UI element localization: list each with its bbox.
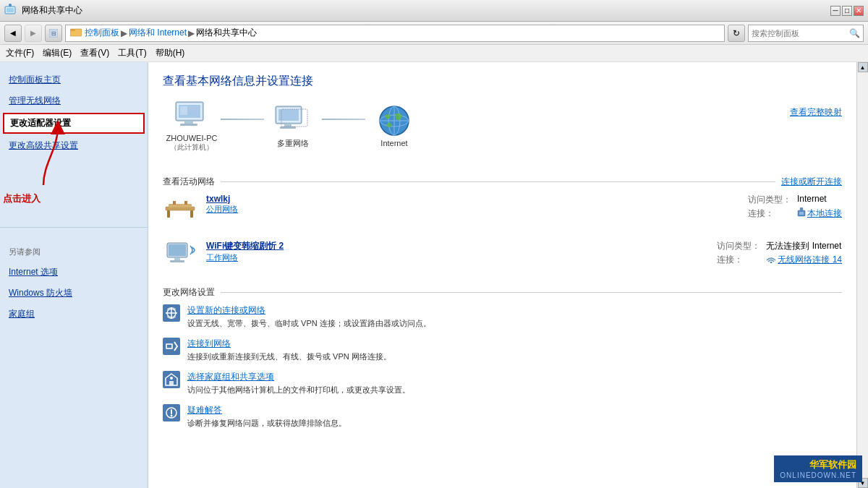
multi-label: 多重网络 [277,138,309,149]
settings-desc-4: 诊断并修复网络问题，或获得故障排除信息。 [187,418,842,429]
window-controls: ─ □ ✕ [830,6,864,16]
minimize-button[interactable]: ─ [830,6,841,16]
view-map-link[interactable]: 查看完整映射 [790,107,842,117]
svg-text:⊟: ⊟ [51,30,56,37]
menu-edit[interactable]: 编辑(E) [43,47,72,59]
svg-rect-47 [167,345,171,348]
svg-rect-19 [284,124,292,127]
network-2-details: 访问类型： 无法连接到 Internet 连接： 无线网络连接 14 [717,240,842,266]
maximize-button[interactable]: □ [842,6,852,16]
settings-link-4[interactable]: 疑难解答 [187,404,842,416]
network-item-2: WiFi键变韩缩剧忻 2 工作网络 访问类型： 无法连接到 Internet 连… [163,240,842,275]
svg-rect-49 [169,381,174,385]
sidebar-item-firewall[interactable]: Windows 防火墙 [0,283,148,304]
breadcrumb-3: 网络和共享中心 [196,27,257,39]
watermark-line1: 华军软件园 [809,458,856,471]
menu-file[interactable]: 文件(F) [6,47,34,59]
change-network-title: 更改网络设置 [163,286,215,299]
net-line-2 [322,119,365,120]
watermark-line2: ONLINEDOWN.NET [780,471,856,479]
annotation-arrow [14,120,72,192]
window-icon [4,4,16,17]
network-2-name[interactable]: WiFi键变韩缩剧忻 2 [206,240,688,252]
up-button[interactable]: ⊟ [45,25,62,42]
menu-bar: 文件(F) 编辑(E) 查看(V) 工具(T) 帮助(H) [0,45,868,62]
network-diagram: ZHOUWEI-PC （此计算机） [163,100,775,153]
svg-rect-31 [173,201,176,205]
menu-view[interactable]: 查看(V) [80,47,109,59]
sidebar-item-home[interactable]: 控制面板主页 [0,69,148,90]
watermark-content: 华军软件园 ONLINEDOWN.NET [780,458,856,479]
scroll-up[interactable]: ▲ [858,62,868,72]
search-input[interactable] [752,29,849,38]
access-type-value-2: 无法连接到 Internet [766,240,842,252]
settings-item-1-content: 设置新的连接或网络 设置无线、宽带、拨号、临时或 VPN 连接；或设置路由器或访… [187,304,842,329]
sidebar-item-ie[interactable]: Internet 选项 [0,262,148,283]
network-1-details: 访问类型： Internet 连接： 本地连接 [748,194,842,220]
connection-value-2[interactable]: 无线网络连接 14 [778,254,842,266]
network-1-type[interactable]: 公用网络 [206,204,719,215]
title-bar-left: 网络和共享中心 [4,4,82,17]
address-path[interactable]: 控制面板 ▶ 网络和 Internet ▶ 网络和共享中心 [65,25,725,42]
net-node-internet: Internet [365,106,423,147]
svg-rect-11 [184,121,193,124]
connection-value-1[interactable]: 本地连接 [807,207,842,220]
settings-link-3[interactable]: 选择家庭组和共享选项 [187,371,842,383]
settings-desc-1: 设置无线、宽带、拨号、临时或 VPN 连接；或设置路由器或访问点。 [187,318,842,329]
sidebar-item-homegroup[interactable]: 家庭组 [0,304,148,325]
annotation-text: 点击进入 [3,192,41,205]
pc-icon [173,100,210,131]
sidebar-also-see: 另请参阅 [0,242,148,262]
multi-network-icon [274,105,312,135]
svg-rect-38 [174,257,180,260]
forward-button[interactable]: ▶ [25,25,42,42]
network-1-name[interactable]: txwlkj [206,194,719,204]
svg-point-40 [770,262,773,264]
network-1-icon [163,194,197,223]
svg-rect-29 [190,210,193,218]
breadcrumb-1[interactable]: 控制面板 [85,27,119,39]
breadcrumb-2[interactable]: 网络和 Internet [129,27,187,39]
svg-rect-28 [167,210,170,218]
access-type-value-1: Internet [797,194,842,206]
connect-disconnect-link[interactable]: 连接或断开连接 [781,176,842,188]
settings-link-2[interactable]: 连接到网络 [187,338,842,350]
svg-rect-39 [170,260,184,262]
settings-item-2: 连接到网络 连接到或重新连接到无线、有线、拨号或 VPN 网络连接。 [163,338,842,362]
content-area: 查看基本网络信息并设置连接 [148,62,856,488]
svg-rect-32 [184,201,187,205]
svg-rect-30 [169,204,192,207]
change-network-header: 更改网络设置 [163,286,842,299]
sidebar: 控制面板主页 管理无线网络 更改适配器设置 更改高级共享设置 点击进入 另请参阅… [0,62,148,488]
sidebar-divider [0,227,148,228]
back-button[interactable]: ◀ [4,25,22,42]
svg-rect-1 [7,8,14,12]
net-node-multi: 多重网络 [264,105,322,149]
sidebar-item-wifi[interactable]: 管理无线网络 [0,90,148,111]
page-title: 查看基本网络信息并设置连接 [163,74,842,89]
close-button[interactable]: ✕ [854,6,864,16]
refresh-button[interactable]: ↻ [728,25,745,42]
svg-rect-7 [70,29,75,31]
search-box[interactable]: 🔍 [748,25,864,42]
access-type-label-1: 访问类型： [748,194,791,206]
settings-icon-2 [163,338,180,355]
svg-point-50 [170,377,173,380]
menu-help[interactable]: 帮助(H) [156,47,185,59]
svg-point-54 [171,415,173,417]
network-2-type[interactable]: 工作网络 [206,252,688,263]
menu-tools[interactable]: 工具(T) [118,47,146,59]
svg-rect-12 [180,124,197,126]
svg-rect-15 [189,106,199,111]
main-layout: 控制面板主页 管理无线网络 更改适配器设置 更改高级共享设置 点击进入 另请参阅… [0,62,868,488]
svg-rect-14 [180,106,187,115]
connection-label-1: 连接： [748,207,791,220]
active-network-header: 查看活动网络 连接或断开连接 [163,176,842,188]
settings-item-1: 设置新的连接或网络 设置无线、宽带、拨号、临时或 VPN 连接；或设置路由器或访… [163,304,842,329]
active-network-title: 查看活动网络 [163,176,215,188]
settings-link-1[interactable]: 设置新的连接或网络 [187,304,842,317]
folder-icon [70,27,82,39]
settings-item-3: 选择家庭组和共享选项 访问位于其他网络计算机上的文件和打印机，或更改共享设置。 [163,371,842,395]
scrollbar[interactable]: ▲ ▼ [856,62,868,488]
settings-icon-1 [163,304,180,322]
